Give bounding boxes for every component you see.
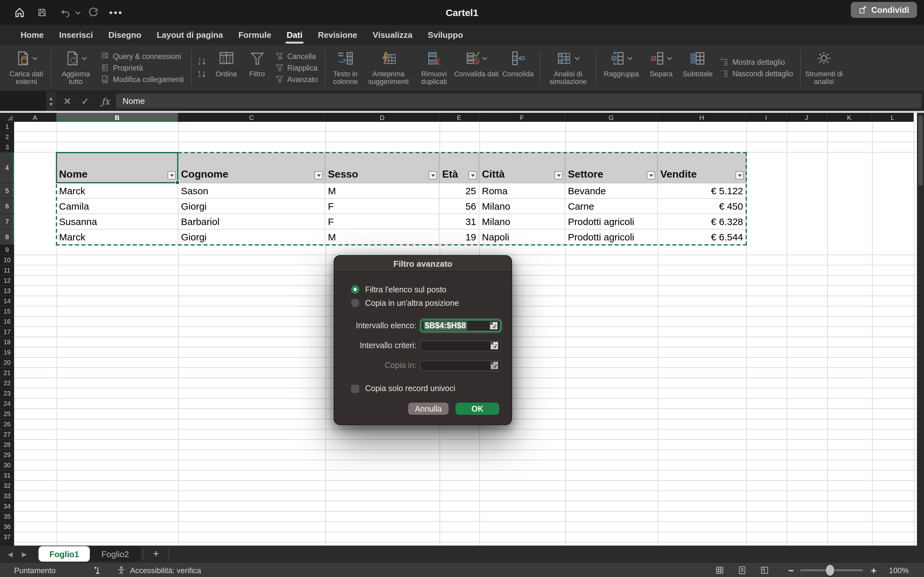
subtotal-button[interactable]: Subtotale (679, 45, 716, 90)
sort-icon: ZAAZ (218, 51, 234, 66)
radio-unselected-icon[interactable] (351, 299, 359, 307)
name-box[interactable] (0, 91, 46, 111)
zoom-slider-thumb[interactable] (826, 565, 834, 576)
ribbon-tab[interactable]: Layout di pagina (149, 25, 231, 45)
show-detail-button[interactable]: Mostra dettaglio (720, 58, 793, 66)
ribbon-tab[interactable]: Revisione (310, 25, 365, 45)
reapply-filter-icon (275, 63, 283, 72)
range-picker-icon[interactable] (490, 361, 499, 370)
column-header[interactable]: D (325, 113, 439, 122)
accessibility-status[interactable]: Accessibilità: verifica (116, 566, 201, 575)
share-button[interactable]: Condividi (851, 2, 917, 18)
reapply-filter-button[interactable]: Riapplica (275, 63, 318, 72)
filter-dropdown-icon[interactable] (429, 171, 437, 179)
criteria-range-input[interactable] (420, 340, 501, 351)
what-if-analysis-button[interactable]: ? Analisi di simulazione (544, 45, 593, 90)
column-header[interactable]: L (872, 113, 914, 122)
header-cell-cognome[interactable]: Cognome (178, 153, 325, 183)
column-header[interactable]: G (565, 113, 658, 122)
column-header[interactable]: A (14, 113, 57, 122)
add-sheet-button[interactable]: + (146, 546, 166, 562)
filter-button[interactable]: Filtro (243, 45, 271, 90)
confirm-entry-icon[interactable]: ✓ (81, 96, 89, 106)
column-header[interactable]: E (439, 113, 479, 122)
ribbon-tab[interactable]: Home (13, 25, 51, 45)
select-all-corner[interactable] (0, 113, 14, 122)
sort-za-button[interactable]: ZA (197, 69, 207, 79)
column-header[interactable]: C (178, 113, 325, 122)
ungroup-icon (650, 51, 666, 66)
filter-dropdown-icon[interactable] (314, 171, 323, 179)
column-header[interactable]: I (746, 113, 787, 122)
copy-to-location-option[interactable]: Copia in un'altra posizione (351, 296, 511, 309)
filter-in-place-option[interactable]: Filtra l'elenco sul posto (351, 283, 511, 296)
clear-filter-button[interactable]: Cancella (275, 52, 318, 60)
ribbon-tab[interactable]: Sviluppo (420, 25, 471, 45)
text-to-columns-button[interactable]: Testo in colonne (329, 45, 362, 90)
column-header[interactable]: J (787, 113, 827, 122)
queries-connections-button[interactable]: Query & connessioni (101, 52, 184, 60)
zoom-out-button[interactable]: − (788, 565, 794, 576)
consolidate-button[interactable]: Consolida (499, 45, 537, 90)
normal-view-icon[interactable] (716, 566, 724, 574)
status-mode-icon[interactable] (93, 566, 101, 575)
analysis-tools-button[interactable]: Strumenti di analisi (804, 45, 844, 90)
vertical-scrollbar[interactable] (917, 113, 924, 546)
remove-duplicates-button[interactable]: Rimuovi duplicati (415, 45, 453, 90)
filter-dropdown-icon[interactable] (647, 171, 655, 179)
ribbon-tab[interactable]: Visualizza (365, 25, 420, 45)
unique-records-option[interactable]: Copia solo record univoci (351, 383, 511, 394)
flash-fill-button[interactable]: Anteprima suggerimenti (362, 45, 415, 90)
ribbon-tab[interactable]: Dati (279, 25, 310, 45)
filter-dropdown-icon[interactable] (168, 171, 176, 179)
header-cell-settore[interactable]: Settore (565, 153, 658, 183)
column-header[interactable]: B (57, 113, 178, 122)
get-external-data-button[interactable]: Carica dati esterni (5, 45, 47, 90)
refresh-all-button[interactable]: Aggiorna tutto (55, 45, 97, 90)
range-picker-icon[interactable] (490, 342, 499, 350)
header-cell-eta[interactable]: Età (439, 153, 479, 183)
ungroup-button[interactable]: Subtotale Separa (643, 45, 679, 90)
prev-sheet-icon[interactable]: ◀ (8, 546, 13, 562)
radio-selected-icon[interactable] (351, 285, 359, 293)
group-button[interactable]: Raggruppa (599, 45, 643, 90)
copy-to-input[interactable] (420, 360, 501, 371)
formula-input[interactable]: Nome (116, 93, 921, 108)
checkbox-unchecked-icon[interactable] (351, 384, 359, 393)
range-picker-icon[interactable] (489, 322, 498, 330)
sort-az-button[interactable]: AZ (197, 57, 207, 66)
sheet-tab-foglio2[interactable]: Foglio2 (90, 546, 141, 562)
header-cell-sesso[interactable]: Sesso (325, 153, 439, 183)
zoom-slider[interactable] (800, 569, 863, 571)
edit-links-button[interactable]: Modifica collegamenti (101, 75, 184, 83)
page-break-view-icon[interactable] (761, 566, 769, 574)
column-header[interactable]: H (658, 113, 746, 122)
cancel-button[interactable]: Annulla (408, 403, 449, 415)
cancel-entry-icon[interactable]: ✕ (63, 96, 71, 106)
sort-button[interactable]: ZAAZ Ordina (210, 45, 243, 90)
name-box-spinner[interactable]: ▲▼ (46, 91, 56, 111)
column-header[interactable]: F (479, 113, 565, 122)
header-cell-nome[interactable]: Nome (57, 153, 178, 183)
data-validation-button[interactable]: Convalida dati (453, 45, 499, 90)
sheet-tab-foglio1[interactable]: Foglio1 (39, 546, 90, 562)
next-sheet-icon[interactable]: ▶ (22, 546, 27, 562)
filter-dropdown-icon[interactable] (468, 171, 477, 179)
scrollbar-thumb[interactable] (918, 115, 923, 186)
ribbon-tab[interactable]: Formule (231, 25, 279, 45)
column-header[interactable]: K (827, 113, 872, 122)
hide-detail-button[interactable]: Nascondi dettaglio (720, 69, 793, 77)
properties-button[interactable]: Proprietà (101, 63, 184, 72)
list-range-input[interactable]: $B$4:$H$8 (420, 319, 501, 332)
zoom-in-button[interactable]: + (871, 565, 877, 576)
ribbon-tab[interactable]: Disegno (101, 25, 149, 45)
insert-function-icon[interactable]: ƒx (102, 96, 110, 106)
ok-button[interactable]: OK (456, 403, 499, 415)
advanced-filter-button[interactable]: Avanzato (275, 75, 318, 83)
filter-dropdown-icon[interactable] (554, 171, 563, 179)
header-cell-citta[interactable]: Città (479, 153, 565, 183)
page-layout-view-icon[interactable] (738, 566, 746, 574)
filter-dropdown-icon[interactable] (735, 171, 744, 179)
ribbon-tab[interactable]: Inserisci (51, 25, 101, 45)
header-cell-vendite[interactable]: Vendite (658, 153, 746, 183)
